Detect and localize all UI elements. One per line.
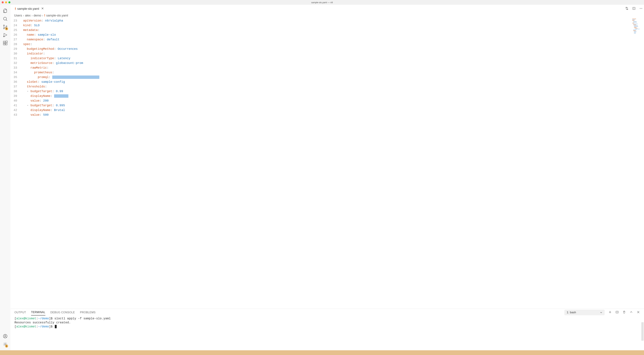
minimize-window-button[interactable] [5, 1, 7, 3]
activity-explorer[interactable] [2, 7, 9, 15]
compare-icon [625, 7, 628, 10]
tab-filename: sample-slo.yaml [17, 7, 39, 11]
close-panel-button[interactable] [636, 310, 640, 314]
window-title: sample-slo.yaml — n9 [311, 1, 333, 4]
more-actions-button[interactable] [639, 7, 643, 11]
maximize-window-button[interactable] [8, 1, 10, 3]
chevron-right-icon: › [32, 14, 32, 17]
compare-changes-button[interactable] [625, 7, 628, 11]
panel-tab-debug-console[interactable]: DEBUG CONSOLE [50, 310, 75, 315]
source-control-badge: 5 [5, 27, 8, 30]
yaml-file-icon: ! [15, 7, 16, 11]
breadcrumb-item[interactable]: demo [34, 14, 41, 17]
panel-tabs: OUTPUT TERMINAL DEBUG CONSOLE PROBLEMS 1… [10, 309, 644, 316]
breadcrumb-item[interactable]: Users [14, 14, 22, 17]
svg-point-0 [4, 17, 6, 20]
bottom-panel: OUTPUT TERMINAL DEBUG CONSOLE PROBLEMS 1… [10, 308, 644, 350]
status-bar[interactable] [0, 350, 644, 355]
terminal-scrollbar[interactable] [641, 322, 644, 341]
svg-point-13 [627, 9, 628, 10]
chevron-right-icon: › [42, 14, 43, 17]
yaml-file-icon: ! [44, 14, 45, 17]
svg-point-12 [626, 7, 626, 8]
settings-badge: 1 [5, 344, 8, 347]
panel-actions: 1: bash [564, 310, 640, 315]
split-icon [632, 7, 636, 10]
activity-accounts[interactable] [2, 332, 9, 340]
svg-point-3 [6, 26, 7, 27]
breadcrumb-item[interactable]: alex [25, 14, 30, 17]
close-icon [41, 7, 44, 10]
account-icon [3, 334, 8, 339]
breadcrumb[interactable]: Users › alex › demo › ! sample-slo.yaml [10, 13, 644, 18]
line-numbers: 2324252627282930313233343536373839404142… [10, 18, 20, 308]
maximize-panel-button[interactable] [630, 310, 633, 314]
svg-rect-6 [3, 43, 5, 45]
trash-icon [622, 310, 626, 314]
code-content[interactable]: apiVersion: n9/v1alphakind: SLOmetadata:… [20, 18, 644, 308]
close-window-button[interactable] [2, 1, 4, 3]
chevron-down-icon [600, 311, 602, 314]
svg-point-2 [3, 28, 4, 29]
kill-terminal-button[interactable] [622, 310, 626, 314]
editor-group: ! sample-slo.yaml Users › [10, 5, 644, 350]
minimap[interactable] [632, 19, 641, 34]
svg-point-1 [3, 25, 4, 26]
more-icon [639, 7, 643, 10]
terminal-selector-label: 1: bash [567, 311, 576, 314]
editor-tab-active[interactable]: ! sample-slo.yaml [13, 5, 46, 13]
activity-source-control[interactable]: 5 [2, 23, 9, 31]
svg-rect-7 [6, 43, 7, 45]
split-icon [616, 310, 619, 314]
activity-settings[interactable]: 1 [2, 340, 9, 348]
extensions-icon [3, 41, 8, 46]
svg-rect-5 [3, 41, 5, 43]
editor-body[interactable]: 2324252627282930313233343536373839404142… [10, 18, 644, 308]
svg-point-10 [4, 335, 6, 336]
run-debug-icon [3, 33, 8, 38]
search-icon [3, 16, 8, 21]
close-tab-button[interactable] [41, 7, 44, 11]
svg-point-15 [640, 8, 640, 9]
svg-rect-8 [6, 41, 8, 43]
activity-extensions[interactable] [2, 39, 9, 47]
svg-point-16 [641, 8, 641, 9]
panel-tab-output[interactable]: OUTPUT [14, 310, 26, 315]
breadcrumb-item[interactable]: sample-slo.yaml [46, 14, 68, 17]
editor-tabs: ! sample-slo.yaml [10, 5, 644, 13]
svg-point-17 [642, 8, 642, 9]
plus-icon [608, 310, 612, 314]
chevron-up-icon [630, 310, 633, 314]
terminal-body[interactable]: [alex@kismet:~/demo]$ sloctl apply -f sa… [10, 316, 644, 350]
chevron-right-icon: › [23, 14, 24, 17]
panel-tab-terminal[interactable]: TERMINAL [31, 309, 46, 315]
new-terminal-button[interactable] [608, 310, 612, 314]
split-terminal-button[interactable] [616, 310, 619, 314]
close-icon [636, 310, 640, 314]
activity-search[interactable] [2, 15, 9, 23]
terminal-selector[interactable]: 1: bash [564, 310, 605, 315]
activity-run-debug[interactable] [2, 31, 9, 39]
window-controls [2, 1, 10, 3]
panel-tab-problems[interactable]: PROBLEMS [80, 310, 96, 315]
activity-bar: 5 1 [0, 5, 10, 350]
title-bar: sample-slo.yaml — n9 [0, 0, 644, 5]
files-icon [3, 8, 8, 13]
split-editor-button[interactable] [632, 7, 636, 11]
editor-actions [625, 7, 643, 11]
main-area: 5 1 ! sample-slo.yaml [0, 5, 644, 350]
